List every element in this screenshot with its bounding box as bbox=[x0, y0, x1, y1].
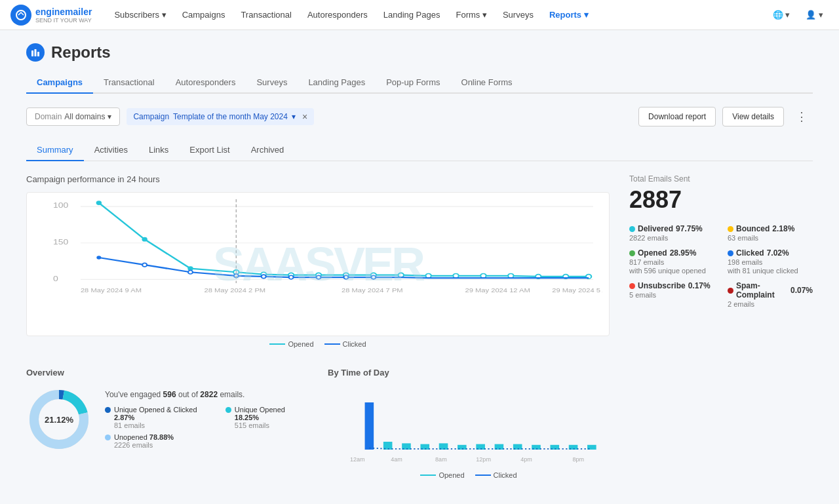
overview-text-block: You've engaged 596 out of 2822 emails. bbox=[105, 390, 308, 449]
view-details-button[interactable]: View details bbox=[722, 107, 784, 126]
nav-right: 🌐 ▾ 👤 ▾ bbox=[768, 7, 829, 22]
delivered-count: 2822 emails bbox=[629, 234, 714, 242]
time-legend-opened: Opened bbox=[420, 471, 464, 479]
time-legend: Opened Clicked bbox=[328, 471, 610, 479]
legend-clicked-label: Clicked bbox=[343, 340, 366, 348]
time-of-day-chart: 12am 4am 8am 12pm 4pm 8pm bbox=[328, 387, 610, 465]
svg-text:8pm: 8pm bbox=[572, 456, 584, 463]
stat-spam: Spam-Complaint 0.07% 2 emails bbox=[728, 281, 813, 308]
legend-opened-label: Opened bbox=[288, 340, 313, 348]
unsubscribe-count: 5 emails bbox=[629, 291, 714, 299]
more-options-button[interactable]: ⋮ bbox=[790, 107, 813, 126]
nav-landing-pages[interactable]: Landing Pages bbox=[377, 0, 447, 30]
summary-tabs: Summary Activities Links Export List Arc… bbox=[26, 140, 813, 161]
svg-text:28 May 2024 2 PM: 28 May 2024 2 PM bbox=[204, 287, 265, 294]
svg-text:12am: 12am bbox=[350, 456, 365, 463]
svg-text:28 May 2024 9 AM: 28 May 2024 9 AM bbox=[81, 287, 142, 294]
ov-unopened: Unopened 78.88% 2226 emails bbox=[105, 433, 174, 449]
summary-tab-export-list[interactable]: Export List bbox=[179, 140, 240, 161]
spam-count: 2 emails bbox=[728, 300, 813, 308]
svg-point-32 bbox=[289, 275, 294, 279]
delivered-pct: 97.75% bbox=[676, 224, 703, 233]
time-of-day-title: By Time of Day bbox=[328, 368, 610, 378]
chart-title: Campaign performance in 24 hours bbox=[26, 174, 610, 184]
campaign-chip-label: Campaign bbox=[133, 112, 169, 121]
delivered-dot bbox=[629, 226, 635, 232]
nav-reports[interactable]: Reports ▾ bbox=[543, 0, 595, 30]
nav-surveys[interactable]: Surveys bbox=[496, 0, 540, 30]
spam-dot bbox=[728, 288, 733, 294]
stat-opened: Opened 28.95% 817 emails with 596 unique… bbox=[629, 248, 714, 275]
stat-delivered: Delivered 97.75% 2822 emails bbox=[629, 224, 714, 242]
page-container: Reports Campaigns Transactional Autoresp… bbox=[0, 30, 839, 492]
opened-sub: with 596 unique opened bbox=[629, 267, 714, 275]
logo[interactable]: enginemailer SEND IT YOUR WAY bbox=[10, 5, 92, 26]
ov-row-1: Unique Opened & Clicked 2.87% 81 emails … bbox=[105, 406, 308, 429]
svg-text:4pm: 4pm bbox=[520, 456, 532, 463]
overview-inner: 21.12% You've engaged 596 out of 2822 em… bbox=[26, 387, 308, 452]
legend-opened: Opened bbox=[269, 340, 313, 348]
summary-tab-archived[interactable]: Archived bbox=[241, 140, 295, 161]
time-legend-clicked: Clicked bbox=[475, 471, 517, 479]
nav-transactional[interactable]: Transactional bbox=[234, 0, 298, 30]
chart-legend: Opened Clicked bbox=[26, 340, 610, 348]
clicked-sub: with 81 unique clicked bbox=[728, 267, 813, 275]
opened-pct: 28.95% bbox=[670, 248, 697, 258]
tab-surveys[interactable]: Surveys bbox=[246, 72, 298, 94]
domain-filter[interactable]: Domain All domains ▾ bbox=[26, 107, 120, 126]
campaign-dropdown-icon[interactable]: ▾ bbox=[292, 112, 296, 121]
tab-transactional[interactable]: Transactional bbox=[93, 72, 165, 94]
clicked-dot bbox=[728, 250, 733, 256]
svg-text:29 May 2024 12 AM: 29 May 2024 12 AM bbox=[465, 287, 530, 294]
donut-label: 21.12% bbox=[45, 415, 73, 425]
domain-dropdown-icon: ▾ bbox=[107, 112, 111, 121]
page-title: Reports bbox=[51, 43, 111, 62]
svg-text:100: 100 bbox=[53, 202, 68, 210]
top-navigation: enginemailer SEND IT YOUR WAY Subscriber… bbox=[0, 0, 839, 30]
summary-tab-summary[interactable]: Summary bbox=[26, 140, 84, 161]
tab-campaigns[interactable]: Campaigns bbox=[26, 72, 93, 94]
summary-tab-links[interactable]: Links bbox=[138, 140, 179, 161]
logo-icon bbox=[10, 5, 31, 26]
tab-landing-pages[interactable]: Landing Pages bbox=[298, 72, 376, 94]
performance-chart: SAASVER 100 150 0 bbox=[26, 192, 610, 336]
delivered-label: Delivered bbox=[638, 224, 673, 233]
total-emails-value: 2887 bbox=[629, 186, 813, 214]
svg-point-31 bbox=[262, 275, 266, 279]
language-switcher[interactable]: 🌐 ▾ bbox=[768, 7, 796, 22]
nav-autoresponders[interactable]: Autoresponders bbox=[301, 0, 374, 30]
download-report-button[interactable]: Download report bbox=[638, 107, 716, 126]
overview-section: Overview bbox=[26, 368, 610, 479]
summary-tab-activities[interactable]: Activities bbox=[84, 140, 138, 161]
engaged-count: 596 bbox=[163, 390, 176, 399]
nav-left: enginemailer SEND IT YOUR WAY Subscriber… bbox=[10, 0, 595, 30]
unsubscribe-pct: 0.17% bbox=[688, 281, 711, 290]
opened-dot bbox=[629, 250, 635, 256]
unique-opened-clicked-dot bbox=[105, 407, 111, 413]
overview-legend: Unique Opened & Clicked 2.87% 81 emails … bbox=[105, 406, 308, 449]
ov-unique-opened: Unique Opened 18.25% 515 emails bbox=[225, 406, 308, 429]
engagement-text: You've engaged 596 out of 2822 emails. bbox=[105, 390, 308, 399]
svg-point-11 bbox=[142, 237, 147, 242]
overview-right: By Time of Day bbox=[328, 368, 610, 479]
nav-campaigns[interactable]: Campaigns bbox=[176, 0, 232, 30]
time-clicked-icon bbox=[475, 475, 491, 476]
user-menu[interactable]: 👤 ▾ bbox=[800, 7, 829, 22]
tab-online-forms[interactable]: Online Forms bbox=[451, 72, 523, 94]
stat-clicked: Clicked 7.02% 198 emails with 81 unique … bbox=[728, 248, 813, 275]
nav-forms[interactable]: Forms ▾ bbox=[449, 0, 493, 30]
nav-subscribers[interactable]: Subscribers ▾ bbox=[107, 0, 172, 30]
logo-text: enginemailer bbox=[35, 7, 92, 17]
tab-popup-forms[interactable]: Pop-up Forms bbox=[376, 72, 450, 94]
domain-filter-value: All domains bbox=[64, 112, 105, 121]
tab-autoresponders[interactable]: Autoresponders bbox=[165, 72, 246, 94]
main-tabs-bar: Campaigns Transactional Autoresponders S… bbox=[26, 72, 813, 94]
spam-label: Spam-Complaint bbox=[736, 281, 788, 300]
opened-label: Opened bbox=[638, 248, 667, 258]
ov-row-2: Unopened 78.88% 2226 emails bbox=[105, 433, 308, 449]
reports-icon bbox=[26, 43, 45, 62]
campaign-filter-close[interactable]: × bbox=[302, 111, 307, 122]
svg-text:28 May 2024 7 PM: 28 May 2024 7 PM bbox=[341, 287, 403, 294]
svg-text:8am: 8am bbox=[435, 456, 447, 463]
svg-rect-46 bbox=[365, 402, 374, 450]
